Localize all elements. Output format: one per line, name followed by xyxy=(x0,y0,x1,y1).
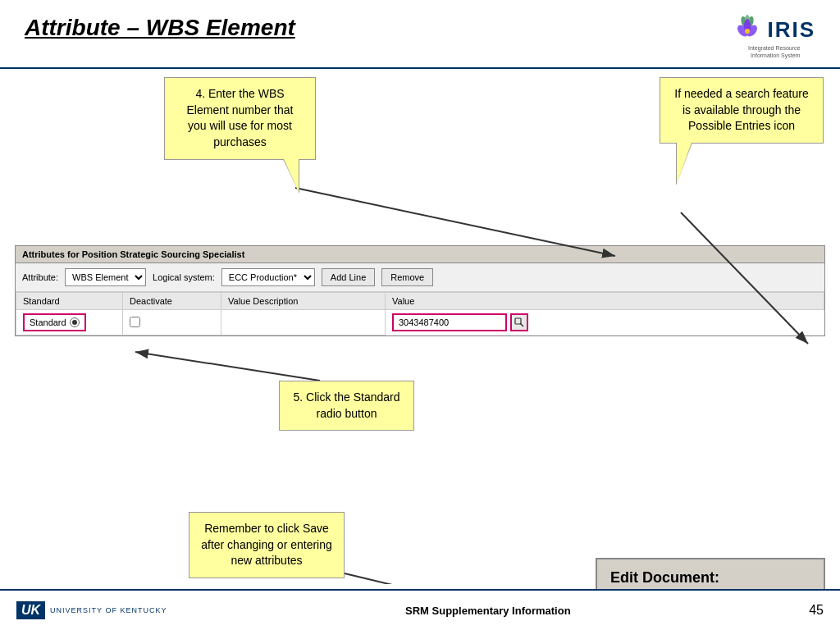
page-number: 45 xyxy=(809,603,824,618)
callout-middle: 5. Click the Standard radio button xyxy=(279,381,414,431)
attributes-table: Standard Deactivate Value Description Va… xyxy=(16,292,824,336)
iris-flower-icon xyxy=(733,15,762,44)
footer-logo: UK UNIVERSITY OF KENTUCKY xyxy=(16,601,167,619)
sap-toolbar: Attribute: WBS Element Logical system: E… xyxy=(16,263,824,292)
svg-point-6 xyxy=(745,29,750,34)
value-input[interactable] xyxy=(392,313,507,331)
value-cell xyxy=(386,310,824,335)
col-header-deactivate: Deactivate xyxy=(123,293,221,310)
col-header-standard: Standard xyxy=(16,293,123,310)
logo-subtitle: Integrated Resource Information System xyxy=(748,44,800,59)
callout-bottom-left: Remember to click Save after changing or… xyxy=(189,512,345,578)
callout-top-left: 4. Enter the WBS Element number that you… xyxy=(164,77,316,159)
radio-dot-inner xyxy=(72,320,77,325)
iris-text: IRIS xyxy=(767,17,815,43)
svg-line-12 xyxy=(135,352,320,381)
callout-top-right: If needed a search feature is available … xyxy=(660,77,824,144)
logical-system-label: Logical system: xyxy=(153,272,215,282)
search-icon xyxy=(514,317,524,327)
svg-line-8 xyxy=(520,323,523,326)
attribute-select[interactable]: WBS Element xyxy=(65,268,146,286)
logo-area: IRIS Integrated Resource Information Sys… xyxy=(733,15,815,59)
svg-rect-7 xyxy=(515,318,521,324)
remove-button[interactable]: Remove xyxy=(381,268,433,286)
col-header-value-desc: Value Description xyxy=(221,293,386,310)
standard-radio[interactable] xyxy=(70,317,80,327)
edit-document-title: Edit Document: xyxy=(610,569,810,587)
dialog-title: Attributes for Position Strategic Sourci… xyxy=(16,246,824,263)
table-row: Standard xyxy=(16,310,824,336)
page-footer: UK UNIVERSITY OF KENTUCKY SRM Supplement… xyxy=(0,589,840,630)
value-desc-cell xyxy=(221,310,386,336)
possible-entries-button[interactable] xyxy=(510,313,528,331)
deactivate-cell xyxy=(123,310,221,336)
iris-logo: IRIS xyxy=(733,15,815,44)
footer-center-text: SRM Supplementary Information xyxy=(405,605,571,617)
attribute-label: Attribute: xyxy=(22,272,58,282)
col-header-value: Value xyxy=(386,293,824,310)
university-name: UNIVERSITY OF KENTUCKY xyxy=(50,606,167,614)
deactivate-checkbox[interactable] xyxy=(130,317,140,327)
main-content: 4. Enter the WBS Element number that you… xyxy=(0,69,840,584)
svg-line-13 xyxy=(345,573,566,584)
add-line-button[interactable]: Add Line xyxy=(322,268,375,286)
logical-system-select[interactable]: ECC Production* xyxy=(221,268,315,286)
uk-box: UK xyxy=(16,601,45,619)
standard-label: Standard xyxy=(30,317,66,327)
standard-radio-highlighted: Standard xyxy=(23,313,86,331)
page-header: Attribute – WBS Element IRIS Integrated … xyxy=(0,0,840,69)
page-title: Attribute – WBS Element xyxy=(25,15,295,41)
sap-dialog: Attributes for Position Strategic Sourci… xyxy=(15,245,825,336)
standard-cell: Standard xyxy=(16,310,123,336)
